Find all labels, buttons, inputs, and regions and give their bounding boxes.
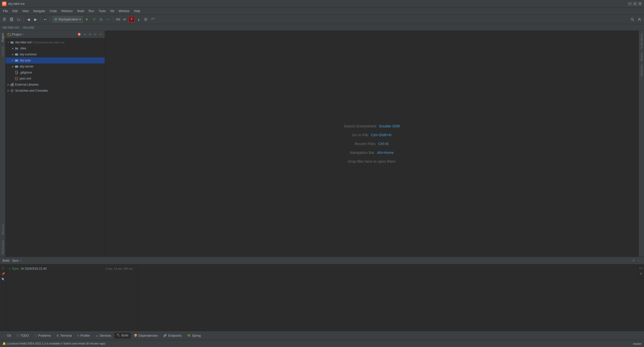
git-fetch-button[interactable] <box>136 16 142 22</box>
git-history-button[interactable] <box>143 16 149 22</box>
menu-edit[interactable]: Edit <box>10 9 20 14</box>
sidebar-tab-commit[interactable]: Commit <box>1 44 5 59</box>
run-button[interactable] <box>84 16 90 22</box>
menu-refactor[interactable]: Refactor <box>59 9 75 14</box>
root-toggle[interactable]: ▾ <box>7 41 10 44</box>
tab-dependencies[interactable]: 📦 Dependencies <box>131 333 161 338</box>
tab-spring[interactable]: 🌿 Spring <box>185 333 203 338</box>
svg-rect-29 <box>16 66 16 67</box>
build-sync-tab[interactable]: Sync ✕ <box>12 259 22 262</box>
close-panel-button[interactable]: ✕ <box>98 32 103 37</box>
menu-window[interactable]: Window <box>117 9 131 14</box>
build-wrap-button[interactable]: ⟺ <box>639 266 643 270</box>
branch-label[interactable]: master <box>633 342 641 345</box>
git-push-button[interactable] <box>129 16 135 22</box>
project-dropdown-icon[interactable]: ▾ <box>22 33 24 36</box>
tab-git[interactable]: ⑂ Git <box>2 333 13 338</box>
build-content: ↻ 📌 🔍 ✓ Sync: At 2024/3/16 21:43 2 min. … <box>0 264 644 331</box>
coverage-button[interactable]: % <box>98 16 104 22</box>
tree-idea[interactable]: ▶ .idea <box>6 45 105 51</box>
gitignore-icon: .gi <box>15 71 19 75</box>
new-file-button[interactable] <box>2 16 8 22</box>
sidebar-tab-structure[interactable]: Structure <box>1 221 5 238</box>
expand-all-button[interactable]: ⊞ <box>88 32 92 37</box>
right-tab-notifications[interactable]: Notifications <box>639 32 643 50</box>
tab-services[interactable]: ☁ Services <box>93 333 114 338</box>
tab-terminal[interactable]: ▣ Terminal <box>54 333 74 338</box>
scratches-toggle[interactable]: ▶ <box>7 89 10 92</box>
locate-in-tree-button[interactable]: 🎯 <box>77 32 82 37</box>
run-config-dropdown[interactable]: SkyApplication ▾ <box>52 16 83 23</box>
build-rerun-button[interactable]: ↻ <box>1 266 6 270</box>
svg-point-38 <box>12 90 13 91</box>
tree-sky-server[interactable]: ▶ sky-server <box>6 63 105 70</box>
tab-problems[interactable]: ⚠ Problems <box>32 333 54 338</box>
app-logo <box>2 2 7 6</box>
menu-navigate[interactable]: Navigate <box>31 9 47 14</box>
menu-file[interactable]: File <box>1 9 10 14</box>
undo-button[interactable]: ↩ <box>42 16 48 22</box>
git-rollback-button[interactable] <box>150 16 156 22</box>
build-sync-item[interactable]: ✓ Sync: At 2024/3/16 21:43 2 min. 14 sec… <box>9 266 135 271</box>
tab-build[interactable]: 🔨 Build <box>114 333 131 339</box>
breadcrumb-root[interactable]: sky-take-out <box>3 26 19 29</box>
hint-recent-shortcut: Ctrl+E <box>378 142 389 146</box>
menu-tools[interactable]: Tools <box>97 9 108 14</box>
breadcrumb-module[interactable]: sky-pojo <box>23 26 34 29</box>
right-tab-database[interactable]: Database <box>639 63 643 78</box>
build-settings-button[interactable]: ⚙ <box>631 258 636 263</box>
user-button[interactable] <box>636 16 642 22</box>
project-folder-icon <box>10 40 14 44</box>
save-button[interactable] <box>9 16 15 22</box>
collapse-all-button[interactable]: ⊟ <box>82 32 87 37</box>
tree-root[interactable]: ▾ sky-take-out D:\java\study\sky-take-ou… <box>6 39 105 45</box>
tree-sky-pojo[interactable]: ▶ sky-pojo <box>6 57 105 63</box>
refresh-button[interactable] <box>16 16 22 22</box>
project-panel-actions: 🎯 ⊟ ⊞ ⚙ ✕ <box>77 32 103 37</box>
menu-run[interactable]: Run <box>87 9 96 14</box>
todo-tab-label: TODO <box>20 334 29 337</box>
back-button[interactable]: ◀ <box>25 16 31 22</box>
idea-toggle[interactable]: ▶ <box>11 47 15 50</box>
forward-button[interactable]: ▶ <box>32 16 39 22</box>
git-commit-button[interactable] <box>122 16 128 22</box>
tree-ext-libs[interactable]: ▶ External Libraries <box>6 82 105 88</box>
sky-common-toggle[interactable]: ▶ <box>11 53 15 56</box>
minimize-button[interactable]: ─ <box>628 2 632 6</box>
build-search-button[interactable]: 🔍 <box>1 277 6 282</box>
sidebar-tab-project[interactable]: Project <box>1 31 5 44</box>
close-button[interactable]: ✕ <box>638 2 642 6</box>
sky-pojo-toggle[interactable]: ▶ <box>11 59 15 62</box>
tree-gitignore[interactable]: .gi .gitignore <box>6 70 105 76</box>
build-pin-button[interactable]: 📌 <box>1 271 6 276</box>
tab-todo[interactable]: ☑ TODO <box>14 333 31 338</box>
restore-button[interactable]: ◻ <box>633 2 637 6</box>
sky-server-toggle[interactable]: ▶ <box>11 65 15 68</box>
search-everywhere-button[interactable] <box>629 16 635 22</box>
menu-view[interactable]: View <box>20 9 31 14</box>
more-run-button[interactable]: ⋯ <box>105 16 111 22</box>
debug-button[interactable] <box>91 16 97 22</box>
tree-scratches[interactable]: ▶ Scratches and Consoles <box>6 88 105 94</box>
tab-endpoints[interactable]: 🔗 Endpoints <box>161 333 184 338</box>
sync-tab-close[interactable]: ✕ <box>20 259 22 262</box>
menu-help[interactable]: Help <box>132 9 142 14</box>
menu-code[interactable]: Code <box>48 9 59 14</box>
hint-recent-label: Recent Files <box>355 142 375 146</box>
tree-pom[interactable]: xml pom.xml <box>6 76 105 82</box>
idea-label: .idea <box>20 47 26 50</box>
menu-git[interactable]: Git <box>108 9 116 14</box>
ext-libs-toggle[interactable]: ▶ <box>7 83 10 86</box>
services-tab-label: Services <box>100 334 111 337</box>
right-tab-maven[interactable]: Maven <box>639 51 643 62</box>
sidebar-tab-bookmarks[interactable]: Bookmarks <box>1 238 5 257</box>
settings-button[interactable]: ⚙ <box>93 32 97 37</box>
menu-build[interactable]: Build <box>75 9 86 14</box>
build-scroll-button[interactable]: ⬇ <box>639 271 643 276</box>
tree-sky-common[interactable]: ▶ sky-common <box>6 51 105 57</box>
scratches-label: Scratches and Consoles <box>15 89 48 92</box>
ext-libs-label: External Libraries <box>15 83 39 86</box>
tab-profiler[interactable]: ◈ Profiler <box>75 333 93 338</box>
build-minimize-button[interactable]: ─ <box>637 258 641 263</box>
title-bar-controls[interactable]: ─ ◻ ✕ <box>628 2 642 6</box>
